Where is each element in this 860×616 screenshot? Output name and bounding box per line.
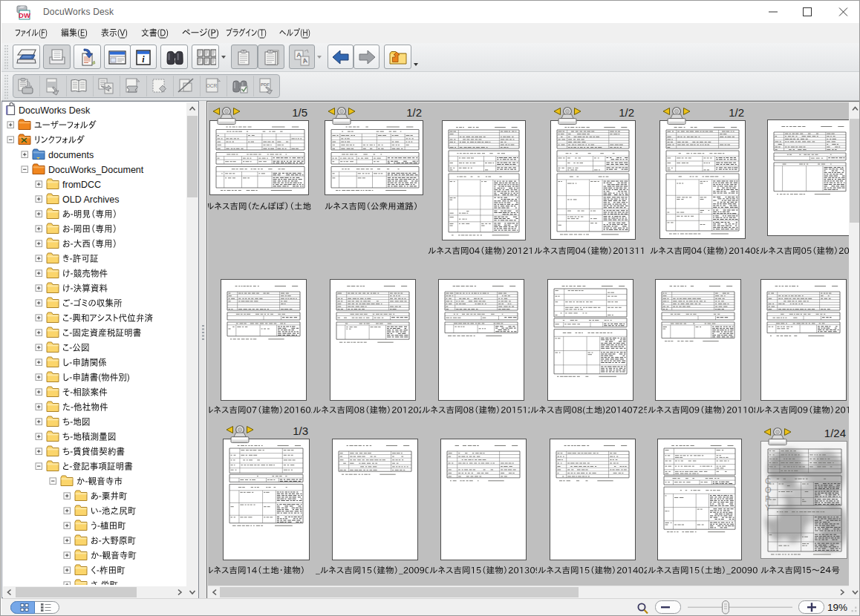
svg-text:19%: 19%: [827, 602, 847, 613]
svg-text:DW: DW: [19, 11, 30, 19]
svg-text:PDF: PDF: [261, 82, 270, 87]
svg-text:OCR: OCR: [206, 83, 218, 88]
